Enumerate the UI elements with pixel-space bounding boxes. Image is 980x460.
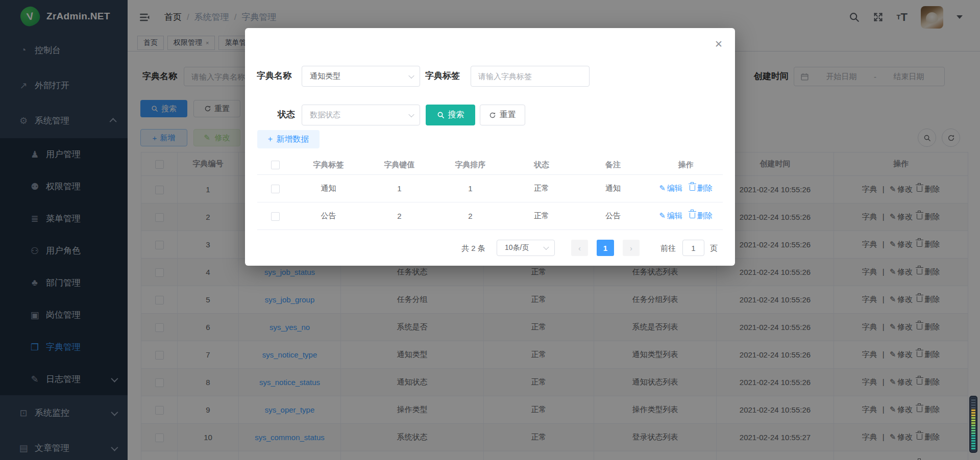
add-data-button[interactable]: +新增数据: [257, 130, 320, 148]
table-row: 公告22正常公告编辑删除: [257, 202, 723, 230]
cell-dict-label: 通知: [293, 175, 364, 202]
cell-dict-label: 公告: [293, 202, 364, 230]
select-all-checkbox[interactable]: [271, 161, 280, 169]
table-header-row: 字典标签字典键值 字典排序状态 备注操作: [257, 155, 723, 175]
chevron-down-icon: [408, 111, 414, 117]
next-page-button[interactable]: ›: [623, 240, 640, 256]
row-edit-link[interactable]: 编辑: [659, 211, 682, 220]
plus-icon: +: [268, 135, 273, 144]
modal-dict-name-select[interactable]: 通知类型: [302, 66, 420, 87]
modal-search-button[interactable]: 搜索: [426, 105, 475, 125]
cell-dict-value: 2: [364, 202, 435, 230]
row-checkbox[interactable]: [271, 212, 280, 221]
chevron-down-icon: [408, 72, 414, 78]
current-page-button[interactable]: 1: [597, 240, 614, 256]
cell-status: 正常: [506, 175, 577, 202]
modal-dict-label-label: 字典标签: [425, 70, 460, 82]
cell-remark: 通知: [577, 175, 649, 202]
modal-status-select[interactable]: 数据状态: [302, 105, 420, 125]
cell-remark: 公告: [577, 202, 649, 230]
modal-status-label: 状态: [278, 109, 295, 120]
row-delete-link[interactable]: 删除: [690, 184, 713, 192]
cell-status: 正常: [506, 202, 577, 230]
row-delete-link[interactable]: 删除: [690, 211, 713, 220]
close-icon[interactable]: ✕: [715, 38, 723, 50]
cell-dict-value: 1: [364, 175, 435, 202]
modal-dict-label-input[interactable]: [471, 66, 590, 87]
cell-dict-sort: 2: [435, 202, 506, 230]
prev-page-button[interactable]: ‹: [571, 240, 588, 256]
pagination-total: 共 2 条: [461, 244, 485, 253]
goto-page-input[interactable]: [682, 240, 704, 256]
modal-dict-name-label: 字典名称: [257, 70, 291, 82]
scrollbar-thumb[interactable]: [969, 396, 977, 453]
page-unit-label: 页: [710, 244, 718, 253]
page-size-select[interactable]: 10条/页: [497, 240, 555, 256]
modal-reset-button[interactable]: 重置: [480, 105, 525, 125]
chevron-down-icon: [543, 244, 549, 250]
goto-page-label: 前往: [660, 244, 676, 253]
dict-data-dialog: ✕ 字典名称 通知类型 字典标签 状态 数据状态 搜索 重置 +新增数据 字典标…: [245, 28, 735, 266]
row-checkbox[interactable]: [271, 185, 280, 193]
row-edit-link[interactable]: 编辑: [659, 184, 682, 192]
dict-data-table: 字典标签字典键值 字典排序状态 备注操作 通知11正常通知编辑删除公告22正常公…: [257, 155, 723, 230]
cell-dict-sort: 1: [435, 175, 506, 202]
table-row: 通知11正常通知编辑删除: [257, 175, 723, 202]
